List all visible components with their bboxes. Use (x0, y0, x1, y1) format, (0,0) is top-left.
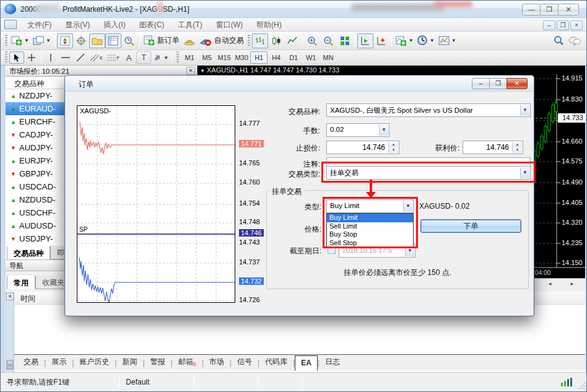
menu-item[interactable]: 工具(T) (171, 18, 209, 32)
bar-chart-button[interactable] (252, 33, 268, 48)
terminal-tab-信号[interactable]: 信号 (232, 354, 258, 370)
terminal-tab-交易[interactable]: 交易 (18, 354, 44, 370)
price-scale-label: 14.575 (562, 157, 583, 165)
status-profile[interactable]: Default (120, 378, 155, 386)
profiles-button[interactable]: ▼ (31, 33, 53, 48)
new-chart-button[interactable]: ▼ (9, 33, 31, 48)
menu-item[interactable]: 帮助(H) (250, 18, 289, 32)
terminal-tab-展示[interactable]: 展示 (46, 354, 72, 370)
chart-shift-button[interactable] (373, 33, 389, 48)
toolbar-grip[interactable] (5, 51, 7, 64)
fibonacci-button[interactable]: F (105, 51, 121, 64)
mdi-minimize-button[interactable]: – (543, 20, 555, 30)
timeframe-w1[interactable]: W1 (302, 51, 320, 64)
tick-chart-sp-label: SP (79, 226, 87, 233)
arrows-button[interactable]: ▼ (151, 51, 170, 64)
mdi-restore-button[interactable]: ❐ (557, 20, 569, 30)
cursor-icon (13, 53, 20, 62)
candlestick-button[interactable] (268, 33, 284, 48)
chat-button[interactable] (567, 33, 583, 48)
toolbar-grip[interactable] (176, 51, 179, 64)
auto-scroll-button[interactable] (357, 33, 373, 48)
symbol-combo[interactable]: XAGUSD-, 白银美元 Spot Silver vs US Dollar▼ (326, 103, 531, 117)
timeframe-m30[interactable]: M30 (233, 51, 250, 64)
timeframe-mn[interactable]: MN (320, 51, 337, 64)
scroll-right-icon[interactable]: ► (567, 281, 578, 288)
history-center-button[interactable] (121, 33, 137, 48)
dialog-titlebar[interactable]: 订单 – ❐ ✕ (65, 76, 534, 92)
toolbar-grip[interactable] (5, 35, 7, 47)
timeframe-m15[interactable]: M15 (215, 51, 233, 64)
zoom-in-button[interactable] (305, 33, 321, 48)
terminal-tab-EA[interactable]: EA (295, 355, 318, 371)
close-button[interactable]: ✕ (558, 4, 579, 15)
volume-combo[interactable]: 0.02▼ (326, 123, 389, 137)
templates-button[interactable]: ▼ (437, 33, 458, 48)
vertical-line-icon (48, 53, 54, 62)
place-order-button[interactable]: 下单 (420, 219, 521, 233)
mdi-close-button[interactable]: × (570, 20, 583, 30)
crosshair-tool-button[interactable] (24, 51, 39, 64)
terminal-tab-市场[interactable]: 市场 (204, 354, 230, 370)
menu-item[interactable]: 显示(V) (58, 18, 97, 32)
data-window-button[interactable] (105, 33, 121, 48)
timeframe-m1[interactable]: M1 (181, 51, 198, 64)
zoom-out-button[interactable] (321, 33, 337, 48)
pending-summary: XAGUSD- 0.02 (419, 202, 469, 211)
cursor-button[interactable] (9, 51, 24, 64)
text-label-button[interactable]: T (136, 51, 151, 64)
equidistant-channel-button[interactable]: E (88, 51, 105, 64)
new-order-button[interactable]: 新订单 (142, 33, 181, 48)
chevron-down-icon: ▼ (451, 38, 456, 43)
indicators-button[interactable]: ▼ (394, 33, 415, 48)
market-watch-toggle[interactable] (57, 33, 73, 48)
menu-item[interactable]: 图表(C) (133, 18, 172, 32)
text-button[interactable]: A (121, 51, 136, 64)
resize-grip[interactable] (578, 381, 586, 390)
timeframe-h1[interactable]: H1 (250, 51, 267, 64)
dialog-close-button[interactable]: ✕ (507, 78, 528, 89)
timeframe-d1[interactable]: D1 (285, 51, 302, 64)
menu-item[interactable]: 插入(I) (97, 18, 132, 32)
expert-hat-button[interactable] (181, 33, 198, 48)
market-watch-tab[interactable]: 交易品种 (7, 246, 50, 259)
dialog-minimize-button[interactable]: – (472, 78, 490, 89)
terminal-tab-新闻[interactable]: 新闻 (116, 354, 142, 370)
crosshair-button[interactable] (73, 33, 89, 48)
price-scale-label: 14.150 (562, 259, 583, 266)
menu-item[interactable]: 窗口(W) (209, 18, 250, 32)
toolbar-grip[interactable] (248, 35, 250, 47)
favorites-button[interactable] (89, 33, 105, 48)
auto-trading-button[interactable]: 自动交易 (198, 33, 246, 48)
spin-up-icon: ▲ (513, 142, 522, 147)
menu-item[interactable]: 文件(F) (20, 18, 58, 32)
line-chart-button[interactable] (284, 33, 300, 48)
terminal-tab-警报[interactable]: 警报 (145, 354, 171, 370)
search-button[interactable] (550, 33, 567, 48)
terminal-tab-邮箱[interactable]: 邮箱6 (173, 354, 202, 370)
periods-button[interactable]: ▼ (415, 33, 437, 48)
tile-windows-icon (340, 36, 350, 46)
close-icon[interactable]: ✕ (6, 293, 14, 300)
terminal-tab-日志[interactable]: 日志 (320, 354, 346, 370)
stoploss-spinner[interactable]: 14.746 ▲▼ (326, 141, 399, 154)
close-icon[interactable]: ✕ (186, 67, 195, 75)
tile-windows-button[interactable] (337, 33, 353, 48)
minimize-button[interactable]: — (522, 4, 541, 15)
takeprofit-field-label: 获利价: (390, 143, 459, 154)
terminal-tabs: 交易|展示|账户历史|新闻|警报|邮箱6|市场|信号|代码库|EA|日志 (14, 354, 585, 370)
timeframe-m5[interactable]: M5 (198, 51, 215, 64)
navigator-tab[interactable]: 常用 (7, 276, 35, 289)
terminal-tab-账户历史[interactable]: 账户历史 (74, 354, 115, 370)
horizontal-line-button[interactable] (58, 51, 73, 64)
terminal-tab-代码库[interactable]: 代码库 (259, 354, 293, 370)
timeframe-h4[interactable]: H4 (267, 51, 285, 64)
trendline-button[interactable] (73, 51, 88, 64)
symbol-name: AUDUSD- (19, 221, 56, 230)
restore-button[interactable]: ❐ (540, 4, 559, 15)
dialog-restore-button[interactable]: ❐ (489, 78, 507, 89)
scroll-left-icon[interactable]: ◄ (544, 281, 555, 288)
chevron-down-icon: ▼ (379, 124, 388, 136)
takeprofit-spinner[interactable]: 14.746 ▲▼ (463, 141, 523, 154)
vertical-line-button[interactable] (43, 51, 58, 64)
